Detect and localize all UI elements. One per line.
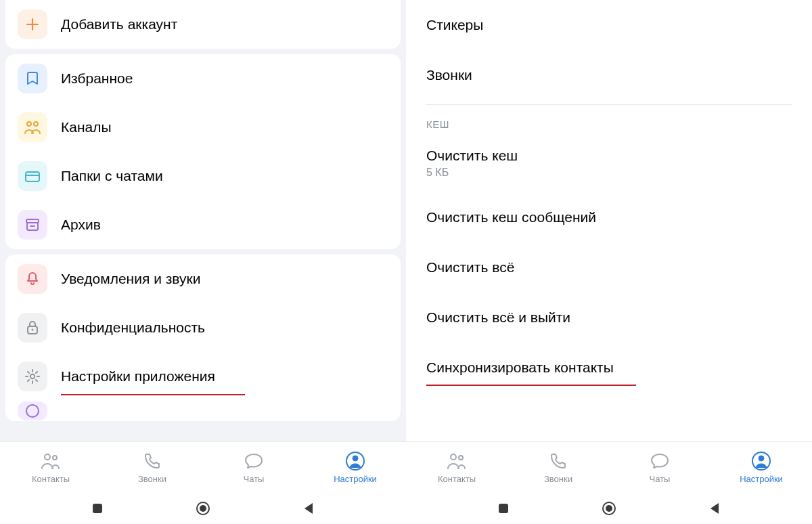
row-sync-contacts[interactable]: Синхронизировать контакты [406,343,812,393]
svg-rect-2 [26,172,39,181]
row-notifications[interactable]: Уведомления и звуки [5,255,401,303]
archive-icon [18,210,47,240]
tab-contacts[interactable]: Контакты [406,451,508,484]
row-favorites[interactable]: Избранное [5,54,401,103]
phone-left: Добавить аккаунт Избранное Каналы Па [0,0,406,524]
svg-point-15 [200,505,206,512]
tab-calls[interactable]: Звонки [102,451,203,484]
row-label: Уведомления и звуки [61,271,200,287]
partial-icon [18,401,47,420]
row-clear-cache[interactable]: Очистить кеш 5 КБ [406,134,812,192]
row-label: Папки с чатами [61,168,163,184]
nav-recent[interactable] [89,500,106,517]
row-privacy[interactable]: Конфиденциальность [5,303,401,352]
divider [426,104,792,105]
gear-icon [18,362,47,391]
row-chat-folders[interactable]: Папки с чатами [5,152,401,200]
svg-rect-20 [499,504,508,513]
row-clear-msg-cache[interactable]: Очистить кеш сообщений [406,192,812,242]
left-content: Добавить аккаунт Избранное Каналы Па [0,0,406,441]
tab-settings[interactable]: Настройки [710,451,812,484]
system-nav [0,493,406,524]
tab-chats[interactable]: Чаты [203,451,304,484]
svg-point-6 [32,329,34,331]
phone-icon [548,451,568,471]
svg-point-10 [53,456,57,460]
nav-back[interactable] [300,500,317,517]
nav-recent[interactable] [495,500,512,517]
svg-point-22 [606,505,612,512]
row-partial[interactable] [5,401,401,421]
chat-icon [244,451,264,471]
right-content: Стикеры Звонки КЕШ Очистить кеш 5 КБ Очи… [406,0,812,441]
nav-home[interactable] [195,500,211,517]
row-stickers[interactable]: Стикеры [406,0,812,50]
row-add-account[interactable]: Добавить аккаунт [5,0,401,49]
system-nav [406,493,812,524]
tab-contacts[interactable]: Контакты [0,451,102,484]
row-archive[interactable]: Архив [5,200,401,249]
tab-label: Настройки [334,474,377,484]
svg-point-0 [27,122,31,126]
row-channels[interactable]: Каналы [5,103,401,152]
bell-icon [18,264,47,294]
row-label: Конфиденциальность [61,320,205,336]
chat-icon [650,451,670,471]
tab-calls[interactable]: Звонки [508,451,609,484]
tab-label: Чаты [650,474,671,484]
svg-point-1 [34,122,38,126]
row-label: Избранное [61,70,133,87]
section-cache: КЕШ [406,112,812,134]
row-label: Стикеры [426,17,792,33]
row-label: Звонки [426,67,792,83]
contacts-icon [447,451,467,471]
row-clear-all[interactable]: Очистить всё [406,242,812,292]
settings-icon [345,451,365,471]
row-label: Добавить аккаунт [61,16,177,32]
nav-home[interactable] [601,500,617,517]
row-label: Очистить всё [426,259,792,276]
highlight-underline [426,385,636,386]
phone-icon [142,451,162,471]
tab-settings[interactable]: Настройки [304,451,406,484]
channels-icon [18,112,47,142]
tabbar: Контакты Звонки Чаты Настройки [406,441,812,493]
tab-label: Настройки [740,474,783,484]
svg-point-8 [26,405,39,417]
phone-right: Стикеры Звонки КЕШ Очистить кеш 5 КБ Очи… [406,0,812,524]
row-label: Синхронизировать контакты [426,359,792,376]
row-clear-all-logout[interactable]: Очистить всё и выйти [406,292,812,343]
svg-point-19 [759,456,764,461]
tab-label: Чаты [244,474,265,484]
highlight-underline [61,394,245,395]
lock-icon [18,313,47,343]
folder-icon [18,161,47,191]
svg-point-16 [451,454,456,460]
row-label: Очистить кеш [426,148,792,164]
nav-back[interactable] [706,500,723,517]
row-label: Очистить кеш сообщений [426,209,792,225]
svg-rect-13 [93,504,102,513]
contacts-icon [41,451,61,471]
svg-point-12 [353,456,358,461]
bookmark-icon [18,64,47,93]
row-sublabel: 5 КБ [426,167,792,179]
svg-point-17 [459,456,463,460]
svg-point-7 [30,374,35,378]
row-label: Архив [61,217,101,233]
tab-label: Контакты [438,474,476,484]
tabbar: Контакты Звонки Чаты Настройки [0,441,406,493]
tab-label: Звонки [544,474,572,484]
row-label: Очистить всё и выйти [426,309,792,326]
tab-label: Звонки [138,474,166,484]
row-calls[interactable]: Звонки [406,50,812,100]
row-app-settings[interactable]: Настройки приложения [5,352,401,401]
svg-point-9 [45,454,50,460]
settings-icon [751,451,771,471]
row-label: Настройки приложения [61,368,215,385]
row-label: Каналы [61,119,112,135]
tab-label: Контакты [32,474,70,484]
tab-chats[interactable]: Чаты [609,451,710,484]
plus-icon [18,9,47,39]
